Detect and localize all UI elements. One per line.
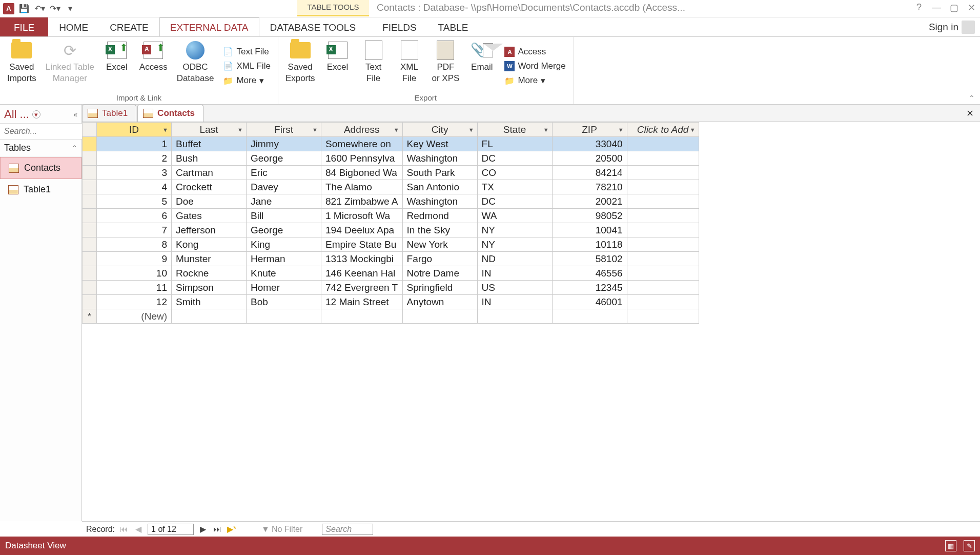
cell-zip[interactable]: 78210: [552, 180, 627, 194]
table-row[interactable]: 2BushGeorge1600 PennsylvaWashingtonDC205…: [83, 151, 699, 166]
row-selector[interactable]: [83, 266, 97, 281]
column-header-zip[interactable]: ZIP▼: [552, 123, 627, 137]
chevron-down-icon[interactable]: ▼: [162, 127, 168, 133]
doc-tab-contacts[interactable]: Contacts: [137, 105, 203, 122]
cell-first[interactable]: Eric: [247, 166, 321, 180]
cell-empty[interactable]: [627, 266, 699, 281]
design-view-icon[interactable]: ✎: [964, 540, 975, 551]
chevron-down-icon[interactable]: ▼: [690, 127, 696, 133]
cell-state[interactable]: ND: [477, 252, 552, 266]
cell-address[interactable]: 194 Deelux Apa: [321, 223, 403, 237]
column-header-first[interactable]: First▼: [247, 123, 321, 137]
cell-state[interactable]: TX: [477, 180, 552, 194]
save-icon[interactable]: 💾: [18, 3, 30, 14]
collapse-ribbon-icon[interactable]: ⌃: [969, 94, 975, 102]
cell-zip[interactable]: 33040: [552, 137, 627, 151]
cell-empty[interactable]: [627, 281, 699, 295]
cell-zip[interactable]: 84214: [552, 166, 627, 180]
tab-home[interactable]: HOME: [48, 17, 99, 36]
first-record-button[interactable]: ⏮: [119, 525, 129, 534]
cell-empty[interactable]: [627, 180, 699, 194]
doc-close-icon[interactable]: ✕: [966, 108, 974, 119]
chevron-down-icon[interactable]: ▼: [543, 127, 549, 133]
cell-empty[interactable]: [627, 209, 699, 223]
table-row[interactable]: 10RockneKnute146 Keenan HalNotre DameIN4…: [83, 266, 699, 281]
import-text-file-button[interactable]: 📄Text File: [220, 45, 273, 58]
cell-empty[interactable]: [627, 237, 699, 252]
cell-empty[interactable]: [627, 223, 699, 237]
cell-first[interactable]: George: [247, 151, 321, 166]
chevron-down-icon[interactable]: ▼: [468, 127, 474, 133]
export-email-button[interactable]: 📎 Email: [465, 39, 498, 93]
cell-city[interactable]: Redmond: [402, 209, 477, 223]
help-icon[interactable]: ?: [913, 2, 925, 13]
table-row[interactable]: 5DoeJane821 Zimbabwe AWashingtonDC20021: [83, 194, 699, 209]
cell-city[interactable]: Anytown: [402, 295, 477, 309]
cell-last[interactable]: Doe: [172, 194, 247, 209]
cell-last[interactable]: Kong: [172, 237, 247, 252]
cell-city[interactable]: Notre Dame: [402, 266, 477, 281]
cell-city[interactable]: In the Sky: [402, 223, 477, 237]
import-odbc-button[interactable]: ODBC Database: [174, 39, 217, 93]
cell-first[interactable]: George: [247, 223, 321, 237]
cell-first[interactable]: King: [247, 237, 321, 252]
cell-id[interactable]: 5: [97, 194, 172, 209]
cell-last[interactable]: Bush: [172, 151, 247, 166]
import-xml-file-button[interactable]: 📄XML File: [220, 60, 273, 73]
cell-zip[interactable]: 46556: [552, 266, 627, 281]
doc-tab-table1[interactable]: Table1: [82, 105, 136, 122]
cell-address[interactable]: 1600 Pennsylva: [321, 151, 403, 166]
cell-state[interactable]: IN: [477, 295, 552, 309]
cell-state[interactable]: NY: [477, 223, 552, 237]
cell-empty[interactable]: [627, 137, 699, 151]
cell-empty[interactable]: [627, 166, 699, 180]
qat-customize-icon[interactable]: ▾: [65, 3, 76, 14]
export-excel-button[interactable]: Excel: [321, 39, 354, 93]
sign-in-link[interactable]: Sign in: [924, 17, 980, 36]
export-pdf-button[interactable]: PDF or XPS: [429, 39, 463, 93]
cell-last[interactable]: Buffet: [172, 137, 247, 151]
cell-last[interactable]: Rockne: [172, 266, 247, 281]
column-header-address[interactable]: Address▼: [321, 123, 403, 137]
cell-last[interactable]: Smith: [172, 295, 247, 309]
cell-zip[interactable]: 10041: [552, 223, 627, 237]
tab-database-tools[interactable]: DATABASE TOOLS: [259, 17, 367, 36]
row-selector[interactable]: [83, 137, 97, 151]
redo-icon[interactable]: ↷▾: [49, 3, 60, 14]
cell-address[interactable]: The Alamo: [321, 180, 403, 194]
cell-state[interactable]: CO: [477, 166, 552, 180]
cell-state[interactable]: US: [477, 281, 552, 295]
column-header-city[interactable]: City▼: [402, 123, 477, 137]
linked-table-manager-button[interactable]: ⟳ Linked Table Manager: [43, 39, 97, 93]
cell-empty[interactable]: [627, 252, 699, 266]
cell-id[interactable]: 3: [97, 166, 172, 180]
chevron-down-icon[interactable]: ▼: [618, 127, 624, 133]
cell-id[interactable]: 12: [97, 295, 172, 309]
export-more-button[interactable]: 📁More ▾: [501, 74, 568, 88]
row-selector[interactable]: [83, 209, 97, 223]
cell-last[interactable]: Jefferson: [172, 223, 247, 237]
tab-external-data[interactable]: EXTERNAL DATA: [159, 17, 259, 36]
row-selector[interactable]: [83, 194, 97, 209]
cell-address[interactable]: Somewhere on: [321, 137, 403, 151]
cell-city[interactable]: San Antonio: [402, 180, 477, 194]
cell-city[interactable]: Key West: [402, 137, 477, 151]
select-all-cell[interactable]: [83, 123, 97, 137]
cell-zip[interactable]: 20500: [552, 151, 627, 166]
cell-state[interactable]: DC: [477, 151, 552, 166]
table-row[interactable]: 4CrockettDaveyThe AlamoSan AntonioTX7821…: [83, 180, 699, 194]
cell-last[interactable]: Cartman: [172, 166, 247, 180]
table-row[interactable]: 1BuffetJimmySomewhere onKey WestFL33040: [83, 137, 699, 151]
row-selector[interactable]: [83, 166, 97, 180]
table-row[interactable]: 9MunsterHerman1313 MockingbiFargoND58102: [83, 252, 699, 266]
saved-exports-button[interactable]: Saved Exports: [282, 39, 318, 93]
table-row[interactable]: 8KongKingEmpire State BuNew YorkNY10118: [83, 237, 699, 252]
row-selector[interactable]: [83, 237, 97, 252]
prev-record-button[interactable]: ◀: [133, 524, 144, 534]
nav-item-table1[interactable]: Table1: [0, 179, 81, 200]
cell-id[interactable]: 7: [97, 223, 172, 237]
row-selector[interactable]: [83, 223, 97, 237]
export-word-merge-button[interactable]: WWord Merge: [501, 60, 568, 73]
table-row[interactable]: 11SimpsonHomer742 Evergreen TSpringfield…: [83, 281, 699, 295]
cell-zip[interactable]: 12345: [552, 281, 627, 295]
